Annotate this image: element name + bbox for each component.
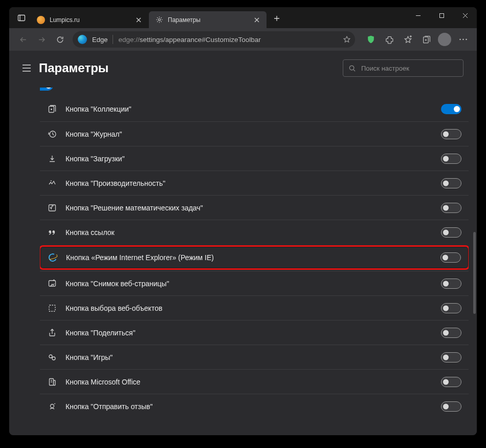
- partial-row: [40, 88, 469, 97]
- setting-row: Кнопка Microsoft Office: [40, 369, 469, 394]
- svg-line-25: [354, 69, 355, 71]
- toggle[interactable]: [441, 104, 461, 114]
- refresh-button[interactable]: [51, 31, 69, 48]
- games-icon: [47, 352, 57, 362]
- window-controls: [406, 7, 477, 28]
- setting-row: Кнопка ссылок: [40, 220, 469, 244]
- toolbar-right: [362, 31, 472, 48]
- setting-row: Кнопка "Журнал": [40, 121, 469, 146]
- office-icon: [47, 377, 57, 387]
- toggle[interactable]: [441, 401, 461, 412]
- tab-actions-button[interactable]: [12, 9, 31, 27]
- more-button[interactable]: [454, 31, 472, 48]
- settings-content: Параметры Поиск настроек Кнопка "Коллекц…: [9, 51, 477, 435]
- back-button[interactable]: [14, 31, 32, 48]
- setting-row: Кнопка "Игры": [40, 345, 469, 369]
- svg-point-19: [462, 39, 464, 40]
- setting-row: Кнопка "Поделиться": [40, 320, 469, 345]
- edge-label: Edge: [92, 36, 107, 44]
- favorites-icon[interactable]: [399, 31, 416, 48]
- search-icon: [348, 65, 356, 72]
- new-tab-button[interactable]: [269, 11, 284, 26]
- separator: [113, 35, 113, 44]
- svg-point-40: [51, 404, 54, 408]
- web-select-icon: [47, 303, 57, 313]
- settings-list[interactable]: Кнопка "Коллекции"Кнопка "Журнал"Кнопка …: [40, 88, 469, 435]
- search-placeholder: Поиск настроек: [361, 65, 409, 72]
- ie-icon: [48, 252, 58, 263]
- address-bar[interactable]: Edge edge://settings/appearance#Customiz…: [73, 31, 355, 48]
- toggle[interactable]: [441, 203, 461, 213]
- toolbar: Edge edge://settings/appearance#Customiz…: [9, 28, 477, 51]
- setting-label: Кнопка "Поделиться": [65, 329, 441, 337]
- collections-icon: [47, 104, 57, 114]
- download-icon: [47, 154, 57, 164]
- shield-icon[interactable]: [362, 31, 380, 48]
- toggle[interactable]: [441, 303, 461, 313]
- toggle[interactable]: [441, 178, 461, 188]
- toggle[interactable]: [441, 377, 461, 387]
- setting-label: Кнопка "Коллекции": [65, 105, 441, 113]
- titlebar: Lumpics.ru Параметры: [9, 7, 477, 28]
- forward-button[interactable]: [33, 31, 50, 48]
- citations-icon: [47, 227, 57, 238]
- svg-rect-31: [49, 281, 56, 286]
- browser-window: Lumpics.ru Параметры: [9, 7, 477, 435]
- tab-strip: Lumpics.ru Параметры: [31, 7, 284, 28]
- setting-row: Кнопка "Отправить отзыв": [40, 394, 469, 418]
- setting-label: Кнопка "Отправить отзыв": [65, 402, 441, 411]
- svg-point-4: [158, 19, 160, 21]
- performance-icon: [47, 178, 57, 188]
- history-icon: [47, 129, 57, 139]
- setting-label: Кнопка выбора веб-объектов: [65, 304, 441, 312]
- menu-button[interactable]: [17, 59, 36, 77]
- collections-icon[interactable]: [417, 31, 435, 48]
- toggle[interactable]: [440, 252, 461, 263]
- setting-row: Кнопка "Производительность": [40, 170, 469, 195]
- setting-label: Кнопка «Режим Internet Explorer» (Режим …: [66, 253, 440, 262]
- toggle[interactable]: [441, 154, 461, 164]
- toggle[interactable]: [441, 129, 461, 139]
- toggle[interactable]: [40, 88, 53, 91]
- setting-label: Кнопка "Загрузки": [65, 155, 441, 163]
- settings-header: Параметры Поиск настроек: [9, 51, 477, 82]
- setting-label: Кнопка ссылок: [65, 228, 441, 237]
- tab-lumpics[interactable]: Lumpics.ru: [31, 11, 148, 28]
- svg-point-33: [49, 355, 52, 358]
- setting-label: Кнопка "Решение математических задач": [65, 204, 441, 212]
- setting-label: Кнопка "Журнал": [65, 130, 441, 138]
- toggle[interactable]: [441, 328, 461, 338]
- toggle[interactable]: [441, 352, 461, 362]
- snapshot-icon: [47, 279, 57, 289]
- avatar[interactable]: [438, 33, 451, 46]
- share-icon: [47, 328, 57, 338]
- extensions-icon[interactable]: [381, 31, 398, 48]
- setting-label: Кнопка Microsoft Office: [65, 378, 441, 386]
- setting-row: Кнопка "Коллекции": [40, 97, 469, 121]
- setting-row: Кнопка выбора веб-объектов: [40, 295, 469, 320]
- feedback-icon: [47, 401, 57, 412]
- close-window-button[interactable]: [453, 7, 477, 24]
- close-icon[interactable]: [134, 15, 143, 24]
- scrollbar[interactable]: [472, 89, 476, 432]
- minimize-button[interactable]: [406, 7, 430, 24]
- favorite-icon[interactable]: [343, 35, 351, 44]
- tab-actions: [9, 7, 31, 28]
- favicon-lumpics: [37, 16, 45, 24]
- close-icon[interactable]: [252, 15, 261, 24]
- toggle[interactable]: [441, 279, 461, 289]
- settings-search[interactable]: Поиск настроек: [343, 59, 463, 77]
- svg-rect-0: [18, 15, 25, 20]
- toggle[interactable]: [441, 227, 461, 238]
- setting-label: Кнопка "Снимок веб-страницы": [65, 280, 441, 288]
- setting-row: Кнопка "Загрузки": [40, 146, 469, 170]
- maximize-button[interactable]: [430, 7, 453, 24]
- svg-rect-37: [54, 380, 56, 386]
- tab-title: Lumpics.ru: [50, 16, 129, 24]
- edge-icon: [78, 35, 87, 44]
- setting-row: Кнопка "Снимок веб-страницы": [40, 271, 469, 295]
- scrollbar-thumb[interactable]: [473, 232, 476, 314]
- tab-settings[interactable]: Параметры: [149, 11, 267, 28]
- svg-rect-10: [439, 14, 444, 18]
- math-icon: [47, 203, 57, 213]
